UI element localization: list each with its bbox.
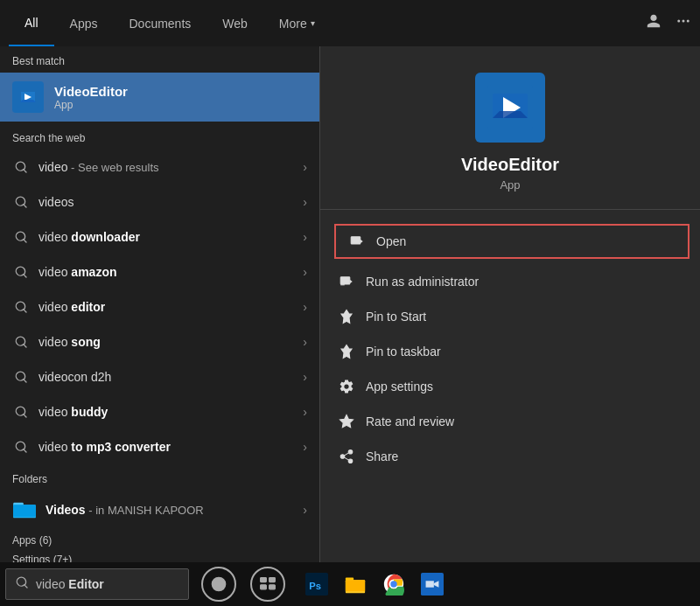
chevron-right-icon: › xyxy=(303,405,307,419)
cortana-button[interactable] xyxy=(201,567,236,602)
pin-start-label: Pin to Start xyxy=(366,310,426,324)
tab-web[interactable]: Web xyxy=(206,0,263,46)
item-text: video buddy xyxy=(38,405,303,419)
item-text: video downloader xyxy=(38,230,303,244)
list-item[interactable]: video editor › xyxy=(0,289,319,324)
chevron-right-icon: › xyxy=(303,335,307,349)
list-item[interactable]: video song › xyxy=(0,324,319,359)
list-item[interactable]: video to mp3 converter › xyxy=(0,429,319,464)
svg-text:Ps: Ps xyxy=(309,581,321,591)
search-icon xyxy=(12,298,30,316)
run-as-admin-action[interactable]: Run as administrator xyxy=(320,264,700,299)
svg-point-14 xyxy=(348,459,353,463)
pin-start-icon xyxy=(338,308,355,325)
left-panel: Best match VideoEditor App Search the we… xyxy=(0,46,319,562)
main-layout: Best match VideoEditor App Search the we… xyxy=(0,46,700,562)
best-match-label: Best match xyxy=(0,46,319,73)
rate-review-action[interactable]: Rate and review xyxy=(320,404,700,439)
apps-count-label: Apps (6) xyxy=(0,529,319,548)
search-icon xyxy=(12,368,30,386)
best-match-subtitle: App xyxy=(54,99,128,111)
best-match-text: VideoEditor App xyxy=(54,84,128,111)
tab-apps[interactable]: Apps xyxy=(54,0,114,46)
taskbar-search[interactable]: video Editor xyxy=(5,568,189,600)
list-item[interactable]: videos › xyxy=(0,185,319,219)
search-icon xyxy=(12,228,30,246)
photos-icon[interactable] xyxy=(415,567,450,602)
file-explorer-icon[interactable] xyxy=(338,567,373,602)
list-item[interactable]: video buddy › xyxy=(0,394,319,429)
open-label: Open xyxy=(376,234,406,248)
action-list: Open Run as administrator xyxy=(320,210,700,483)
svg-marker-11 xyxy=(340,415,354,428)
task-view-button[interactable] xyxy=(250,567,285,602)
pin-taskbar-icon xyxy=(338,343,355,360)
open-action[interactable]: Open xyxy=(334,224,690,259)
svg-rect-10 xyxy=(340,277,350,284)
right-panel: VideoEditor App Open xyxy=(320,46,700,562)
svg-rect-20 xyxy=(270,585,276,589)
list-item[interactable]: video amazon › xyxy=(0,254,319,289)
list-item[interactable]: videocon d2h › xyxy=(0,359,319,394)
svg-point-12 xyxy=(348,450,353,455)
taskbar: video Editor Ps xyxy=(0,562,700,606)
item-text: videocon d2h xyxy=(38,370,303,384)
svg-rect-18 xyxy=(270,578,276,582)
chevron-right-icon: › xyxy=(303,265,307,279)
list-item[interactable]: video - See web results › xyxy=(0,150,319,185)
search-icon xyxy=(12,193,30,211)
share-icon xyxy=(338,448,355,465)
chrome-icon[interactable] xyxy=(376,567,411,602)
folders-label: Folders xyxy=(0,464,319,491)
pin-taskbar-action[interactable]: Pin to taskbar xyxy=(320,334,700,369)
item-text: video editor xyxy=(38,300,303,314)
search-icon xyxy=(12,263,30,281)
app-large-icon xyxy=(475,73,545,143)
list-item[interactable]: video downloader › xyxy=(0,219,319,254)
photoshop-icon[interactable]: Ps xyxy=(299,567,334,602)
top-nav: All Apps Documents Web More ▾ xyxy=(0,0,700,46)
chevron-right-icon: › xyxy=(303,160,307,174)
chevron-right-icon: › xyxy=(303,440,307,454)
app-detail-name: VideoEditor xyxy=(461,155,559,175)
folder-icon xyxy=(12,498,37,522)
search-icon xyxy=(12,158,30,176)
tab-documents[interactable]: Documents xyxy=(113,0,206,46)
item-text: video amazon xyxy=(38,265,303,279)
tab-more[interactable]: More ▾ xyxy=(263,0,331,46)
best-match-item[interactable]: VideoEditor App xyxy=(0,73,319,122)
search-icon xyxy=(12,403,30,421)
app-detail-header: VideoEditor App xyxy=(320,46,700,210)
run-as-admin-label: Run as administrator xyxy=(366,275,479,289)
item-text: videos xyxy=(38,195,303,209)
chevron-right-icon: › xyxy=(303,195,307,209)
pin-to-start-action[interactable]: Pin to Start xyxy=(320,299,700,334)
search-icon xyxy=(12,438,30,456)
folder-item-text: Videos - in MANISH KAPOOR xyxy=(46,503,303,517)
settings-count-label: Settings (7+) xyxy=(0,548,319,562)
svg-rect-9 xyxy=(351,237,360,244)
item-text: video song xyxy=(38,335,303,349)
person-icon[interactable] xyxy=(646,13,662,33)
nav-right-icons xyxy=(646,13,691,33)
app-settings-action[interactable]: App settings xyxy=(320,369,700,404)
item-text: video - See web results xyxy=(38,160,303,174)
share-action[interactable]: Share xyxy=(320,439,700,474)
svg-point-13 xyxy=(340,455,345,459)
rate-icon xyxy=(338,413,355,430)
item-text: video to mp3 converter xyxy=(38,440,303,454)
ellipsis-icon[interactable] xyxy=(676,13,691,33)
svg-rect-25 xyxy=(346,580,365,591)
folder-item[interactable]: Videos - in MANISH KAPOOR › xyxy=(0,491,319,529)
app-detail-type: App xyxy=(500,178,520,192)
video-editor-icon xyxy=(12,81,44,113)
pin-taskbar-label: Pin to taskbar xyxy=(366,345,441,359)
chevron-down-icon: ▾ xyxy=(311,18,315,28)
svg-point-1 xyxy=(682,20,685,23)
tab-all[interactable]: All xyxy=(9,0,54,46)
svg-rect-17 xyxy=(261,578,267,582)
search-web-label: Search the web xyxy=(0,123,319,150)
chevron-right-icon: › xyxy=(303,370,307,384)
settings-icon xyxy=(338,378,355,395)
svg-rect-19 xyxy=(261,585,267,589)
